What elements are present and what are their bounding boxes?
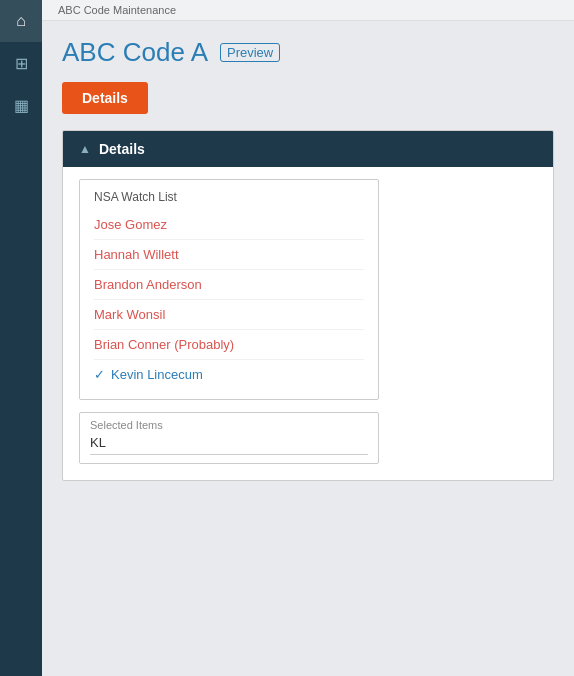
item-name: Hannah Willett [94, 247, 179, 262]
sidebar-home-icon[interactable]: ⌂ [0, 0, 42, 42]
item-name: Brian Conner (Probably) [94, 337, 234, 352]
list-item[interactable]: Jose Gomez [94, 210, 364, 240]
sidebar-grid-icon[interactable]: ⊞ [0, 42, 42, 84]
selected-items-label: Selected Items [90, 419, 368, 431]
page-title: ABC Code A [62, 37, 208, 68]
details-section: ▲ Details NSA Watch List Jose Gomez Hann… [62, 130, 554, 481]
watch-list-box: NSA Watch List Jose Gomez Hannah Willett… [79, 179, 379, 400]
breadcrumb: ABC Code Maintenance [42, 0, 574, 21]
section-header: ▲ Details [63, 131, 553, 167]
selected-items-value: KL [90, 435, 368, 455]
list-item[interactable]: Brandon Anderson [94, 270, 364, 300]
preview-badge: Preview [220, 43, 280, 62]
item-name: Jose Gomez [94, 217, 167, 232]
item-name: Kevin Lincecum [111, 367, 203, 382]
page-title-row: ABC Code A Preview [62, 37, 554, 68]
section-header-label: Details [99, 141, 145, 157]
page-content: ABC Code A Preview Details ▲ Details NSA… [42, 21, 574, 676]
watch-list-title: NSA Watch List [94, 190, 364, 204]
sidebar-table-icon[interactable]: ▦ [0, 84, 42, 126]
sidebar: ⌂ ⊞ ▦ [0, 0, 42, 676]
main-content: ABC Code Maintenance ABC Code A Preview … [42, 0, 574, 676]
list-item[interactable]: Mark Wonsil [94, 300, 364, 330]
check-icon: ✓ [94, 367, 105, 382]
item-name: Brandon Anderson [94, 277, 202, 292]
chevron-icon: ▲ [79, 142, 91, 156]
details-button[interactable]: Details [62, 82, 148, 114]
list-item[interactable]: Hannah Willett [94, 240, 364, 270]
list-item-selected[interactable]: ✓ Kevin Lincecum [94, 360, 364, 389]
item-name: Mark Wonsil [94, 307, 165, 322]
selected-items-box: Selected Items KL [79, 412, 379, 464]
list-item[interactable]: Brian Conner (Probably) [94, 330, 364, 360]
section-body: NSA Watch List Jose Gomez Hannah Willett… [63, 167, 553, 480]
